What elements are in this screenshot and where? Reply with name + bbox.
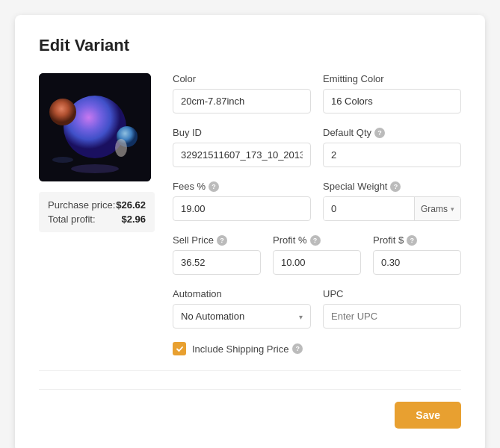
special-weight-label: Special Weight ? [323,181,461,192]
fees-label: Fees % ? [173,181,311,192]
default-qty-help-icon[interactable]: ? [374,128,385,138]
purchase-price-label: Purchase price: [48,199,115,211]
default-qty-label: Default Qty ? [323,127,461,138]
sell-price-input[interactable] [173,250,261,275]
include-shipping-row: Include Shipping Price ? [173,342,461,355]
group-fees: Fees % ? [173,181,311,221]
chevron-down-icon: ▾ [451,205,454,213]
footer: Save [39,389,461,429]
buy-id-input[interactable] [173,143,311,167]
include-shipping-label: Include Shipping Price ? [192,343,303,355]
upc-label: UPC [323,288,461,299]
total-profit-row: Total profit: $2.96 [48,214,146,225]
checkmark-icon [176,345,184,353]
row-sell-price: Sell Price ? Profit % ? Profit $ ? [173,234,461,275]
edit-variant-card: Edit Variant [15,15,485,448]
row-automation: Automation No Automation ▾ UPC [173,288,461,329]
page-title: Edit Variant [39,36,461,55]
default-qty-input[interactable] [323,143,461,167]
group-buy-id: Buy ID [173,127,311,167]
fees-input[interactable] [173,196,311,221]
weight-input-group: Grams ▾ [323,196,461,221]
save-button[interactable]: Save [395,402,461,429]
include-shipping-help-icon[interactable]: ? [292,343,303,354]
total-profit-value: $2.96 [121,214,146,225]
special-weight-input[interactable] [324,197,414,220]
total-profit-label: Total profit: [48,214,96,225]
product-image [39,73,151,181]
emitting-color-input[interactable] [323,89,461,113]
profit-dollar-help-icon[interactable]: ? [407,235,417,246]
svg-point-5 [52,157,73,163]
group-automation: Automation No Automation ▾ [173,288,311,329]
group-upc: UPC [323,288,461,329]
form-panel: Color Emitting Color Buy ID Default Qty [173,73,461,355]
svg-point-4 [71,164,119,173]
row-buy-id: Buy ID Default Qty ? [173,127,461,167]
group-default-qty: Default Qty ? [323,127,461,167]
group-profit-pct: Profit % ? [273,234,361,275]
special-weight-help-icon[interactable]: ? [390,181,401,192]
weight-unit-dropdown[interactable]: Grams ▾ [414,197,460,220]
svg-point-2 [49,99,76,125]
profit-dollar-label: Profit $ ? [373,234,461,246]
svg-point-6 [115,139,127,157]
group-profit-dollar: Profit $ ? [373,234,461,275]
row-color: Color Emitting Color [173,73,461,113]
main-content: Purchase price: $26.62 Total profit: $2.… [39,73,461,355]
sell-price-help-icon[interactable]: ? [217,235,227,246]
buy-id-label: Buy ID [173,127,311,138]
group-sell-price: Sell Price ? [173,234,261,275]
automation-select-wrapper: No Automation ▾ [173,304,311,329]
group-color: Color [173,73,311,113]
profit-pct-label: Profit % ? [273,234,361,246]
price-info: Purchase price: $26.62 Total profit: $2.… [39,192,155,232]
fees-help-icon[interactable]: ? [209,181,219,192]
group-special-weight: Special Weight ? Grams ▾ [323,181,461,221]
include-shipping-checkbox[interactable] [173,342,186,355]
color-input[interactable] [173,89,311,113]
profit-pct-help-icon[interactable]: ? [310,235,321,246]
purchase-price-row: Purchase price: $26.62 [48,199,146,211]
emitting-color-label: Emitting Color [323,73,461,84]
automation-select[interactable]: No Automation [173,305,310,328]
footer-divider [39,370,461,371]
color-label: Color [173,73,311,84]
upc-input[interactable] [323,304,461,329]
row-fees: Fees % ? Special Weight ? Grams ▾ [173,181,461,221]
left-panel: Purchase price: $26.62 Total profit: $2.… [39,73,155,355]
sell-price-label: Sell Price ? [173,234,261,246]
group-emitting-color: Emitting Color [323,73,461,113]
profit-pct-input[interactable] [273,250,361,275]
automation-label: Automation [173,288,311,299]
purchase-price-value: $26.62 [116,199,146,211]
profit-dollar-input[interactable] [373,250,461,275]
